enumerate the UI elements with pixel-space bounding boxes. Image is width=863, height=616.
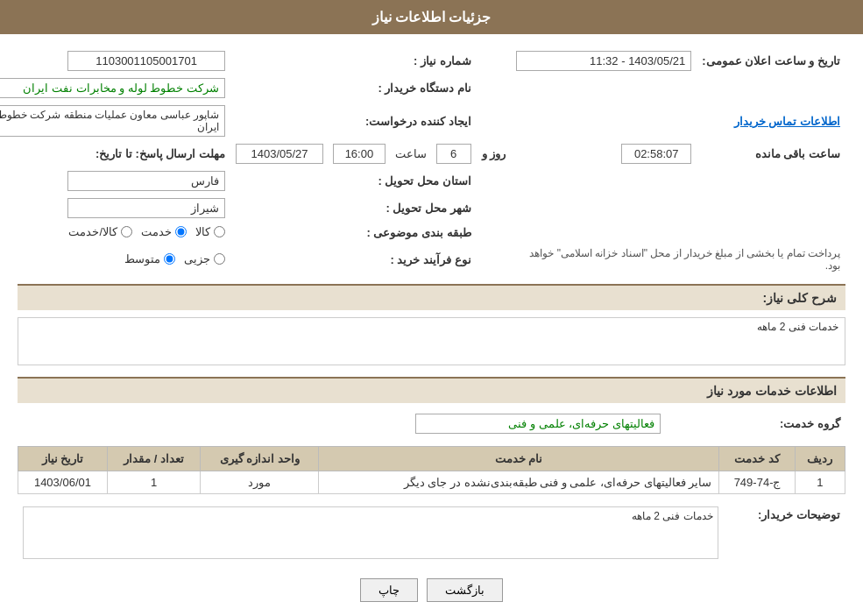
general-description-textarea[interactable]: [18, 317, 845, 365]
cell-row: 1: [795, 471, 845, 494]
days-label: روز و: [477, 140, 512, 167]
page-header: جزئیات اطلاعات نیاز: [0, 0, 863, 34]
col-date: تاریخ نیاز: [18, 447, 108, 471]
response-deadline-label: مهلت ارسال پاسخ: تا تاریخ:: [0, 140, 230, 167]
services-table: ردیف کد خدمت نام خدمت واحد اندازه گیری ت…: [18, 446, 845, 494]
cell-unit: مورد: [201, 471, 318, 494]
col-quantity: تعداد / مقدار: [107, 447, 201, 471]
purchase-type-note: پرداخت تمام یا بخشی از مبلغ خریدار از مح…: [511, 244, 845, 275]
cell-code: ج-74-749: [719, 471, 796, 494]
category-label: طبقه بندی موضوعی :: [230, 222, 477, 244]
col-name: نام خدمت: [318, 447, 718, 471]
category-radio-group: کالا خدمت کالا/خدمت: [68, 225, 225, 238]
remaining-label: ساعت باقی مانده: [697, 140, 845, 167]
buyer-notes-label: توضیحات خریدار:: [724, 503, 845, 565]
category-khedmat-option[interactable]: خدمت: [141, 225, 187, 238]
province-label: استان محل تحویل :: [230, 167, 477, 195]
need-number-value: 1103001105001701: [0, 47, 230, 74]
purchase-type-label: نوع فرآیند خرید :: [230, 244, 477, 275]
buyer-notes-textarea[interactable]: [23, 506, 718, 559]
cell-date: 1403/06/01: [18, 471, 108, 494]
services-section-header: اطلاعات خدمات مورد نیاز: [18, 377, 845, 403]
button-group: بازگشت چاپ: [18, 578, 845, 615]
contact-link-cell: اطلاعات تماس خریدار: [697, 102, 845, 140]
buyer-station-value: شرکت خطوط لوله و مخابرات نفت ایران: [0, 78, 225, 98]
deadline-date-value: 1403/05/27: [236, 144, 323, 164]
need-number-input: 1103001105001701: [67, 51, 225, 71]
contact-link[interactable]: اطلاعات تماس خریدار: [734, 115, 840, 128]
announcement-value: 1403/05/21 - 11:32: [511, 47, 697, 74]
category-both-radio[interactable]: [121, 226, 132, 237]
services-section-label: اطلاعات خدمات مورد نیاز: [707, 384, 837, 398]
announcement-label: تاریخ و ساعت اعلان عمومی:: [697, 47, 845, 74]
creator-value: شاپور عباسی معاون عملیات منطقه شرکت خطوط…: [0, 105, 225, 137]
purchase-type-motavaset-option[interactable]: متوسط: [124, 252, 175, 266]
cell-quantity: 1: [107, 471, 201, 494]
general-description-label: شرح کلی نیاز:: [763, 291, 837, 305]
service-group-label: گروه خدمت:: [666, 410, 845, 437]
remaining-value: 02:58:07: [621, 144, 691, 164]
table-row: 1 ج-74-749 سایر فعالیتهای حرفه‌ای، علمی …: [18, 471, 845, 494]
announcement-input: 1403/05/21 - 11:32: [516, 51, 691, 71]
need-number-label: شماره نیاز :: [230, 47, 477, 74]
city-value: شیراز: [67, 198, 225, 218]
cell-name: سایر فعالیتهای حرفه‌ای، علمی و فنی طبقه‌…: [318, 471, 718, 494]
province-value: فارس: [67, 171, 225, 191]
category-kala-option[interactable]: کالا: [195, 225, 225, 238]
category-khedmat-radio[interactable]: [175, 226, 187, 237]
col-unit: واحد اندازه گیری: [201, 447, 318, 471]
col-code: کد خدمت: [719, 447, 796, 471]
main-info-table: تاریخ و ساعت اعلان عمومی: 1403/05/21 - 1…: [0, 47, 845, 275]
time-label: ساعت: [395, 147, 427, 160]
purchase-type-jozei-option[interactable]: جزیی: [184, 252, 225, 266]
back-button[interactable]: بازگشت: [427, 578, 503, 602]
general-description-wrapper: خدمات فنی 2 ماهه: [18, 317, 845, 368]
buyer-notes-table: توضیحات خریدار: خدمات فنی 2 ماهه: [18, 503, 845, 565]
days-value: 6: [436, 144, 471, 164]
city-label: شهر محل تحویل :: [230, 195, 477, 222]
purchase-type-jozei-radio[interactable]: [214, 253, 225, 265]
category-kala-radio[interactable]: [214, 226, 225, 237]
print-button[interactable]: چاپ: [360, 578, 418, 602]
purchase-type-radio-group: جزیی متوسط: [124, 252, 225, 266]
creator-label: ایجاد کننده درخواست:: [230, 102, 477, 140]
general-description-section: شرح کلی نیاز:: [18, 284, 845, 310]
service-group-table: گروه خدمت: فعالیتهای حرفه‌ای، علمی و فنی: [18, 410, 845, 437]
col-row: ردیف: [795, 447, 845, 471]
category-kala-khedmat-option[interactable]: کالا/خدمت: [68, 225, 132, 238]
buyer-station-label: نام دستگاه خریدار :: [230, 74, 477, 102]
time-value: 16:00: [333, 144, 386, 164]
page-title: جزئیات اطلاعات نیاز: [372, 10, 492, 25]
purchase-type-motavaset-radio[interactable]: [164, 253, 175, 265]
service-group-value: فعالیتهای حرفه‌ای، علمی و فنی: [415, 414, 661, 434]
